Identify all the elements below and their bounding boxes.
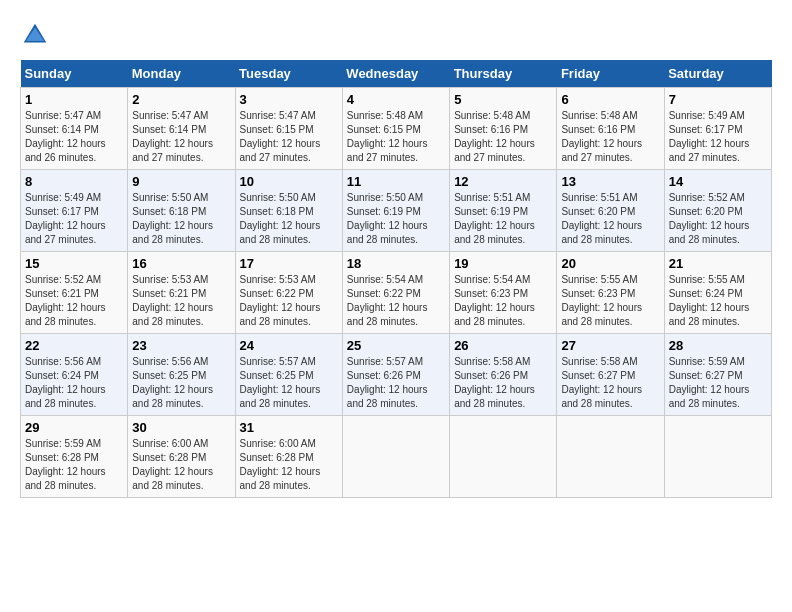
day-info: Sunrise: 5:50 AM Sunset: 6:19 PM Dayligh…	[347, 191, 445, 247]
calendar-cell: 1 Sunrise: 5:47 AM Sunset: 6:14 PM Dayli…	[21, 88, 128, 170]
day-number: 11	[347, 174, 445, 189]
calendar-header-row: SundayMondayTuesdayWednesdayThursdayFrid…	[21, 60, 772, 88]
day-info: Sunrise: 5:57 AM Sunset: 6:26 PM Dayligh…	[347, 355, 445, 411]
header-sunday: Sunday	[21, 60, 128, 88]
calendar-week-row: 15 Sunrise: 5:52 AM Sunset: 6:21 PM Dayl…	[21, 252, 772, 334]
calendar-cell: 24 Sunrise: 5:57 AM Sunset: 6:25 PM Dayl…	[235, 334, 342, 416]
day-info: Sunrise: 5:59 AM Sunset: 6:27 PM Dayligh…	[669, 355, 767, 411]
calendar-cell: 15 Sunrise: 5:52 AM Sunset: 6:21 PM Dayl…	[21, 252, 128, 334]
day-number: 31	[240, 420, 338, 435]
day-info: Sunrise: 5:48 AM Sunset: 6:16 PM Dayligh…	[454, 109, 552, 165]
calendar-cell: 17 Sunrise: 5:53 AM Sunset: 6:22 PM Dayl…	[235, 252, 342, 334]
day-number: 29	[25, 420, 123, 435]
day-info: Sunrise: 5:54 AM Sunset: 6:23 PM Dayligh…	[454, 273, 552, 329]
calendar-cell: 2 Sunrise: 5:47 AM Sunset: 6:14 PM Dayli…	[128, 88, 235, 170]
calendar-week-row: 1 Sunrise: 5:47 AM Sunset: 6:14 PM Dayli…	[21, 88, 772, 170]
calendar-cell: 11 Sunrise: 5:50 AM Sunset: 6:19 PM Dayl…	[342, 170, 449, 252]
calendar-week-row: 29 Sunrise: 5:59 AM Sunset: 6:28 PM Dayl…	[21, 416, 772, 498]
day-info: Sunrise: 5:55 AM Sunset: 6:23 PM Dayligh…	[561, 273, 659, 329]
calendar-cell	[664, 416, 771, 498]
day-info: Sunrise: 5:51 AM Sunset: 6:19 PM Dayligh…	[454, 191, 552, 247]
day-number: 5	[454, 92, 552, 107]
day-info: Sunrise: 6:00 AM Sunset: 6:28 PM Dayligh…	[132, 437, 230, 493]
day-number: 1	[25, 92, 123, 107]
calendar-table: SundayMondayTuesdayWednesdayThursdayFrid…	[20, 60, 772, 498]
day-info: Sunrise: 5:50 AM Sunset: 6:18 PM Dayligh…	[240, 191, 338, 247]
day-info: Sunrise: 5:52 AM Sunset: 6:21 PM Dayligh…	[25, 273, 123, 329]
header-tuesday: Tuesday	[235, 60, 342, 88]
day-number: 14	[669, 174, 767, 189]
calendar-cell: 16 Sunrise: 5:53 AM Sunset: 6:21 PM Dayl…	[128, 252, 235, 334]
calendar-cell: 21 Sunrise: 5:55 AM Sunset: 6:24 PM Dayl…	[664, 252, 771, 334]
day-info: Sunrise: 5:48 AM Sunset: 6:15 PM Dayligh…	[347, 109, 445, 165]
calendar-cell: 5 Sunrise: 5:48 AM Sunset: 6:16 PM Dayli…	[450, 88, 557, 170]
calendar-cell: 18 Sunrise: 5:54 AM Sunset: 6:22 PM Dayl…	[342, 252, 449, 334]
header-monday: Monday	[128, 60, 235, 88]
day-number: 30	[132, 420, 230, 435]
calendar-cell: 3 Sunrise: 5:47 AM Sunset: 6:15 PM Dayli…	[235, 88, 342, 170]
day-info: Sunrise: 5:47 AM Sunset: 6:14 PM Dayligh…	[25, 109, 123, 165]
calendar-cell: 25 Sunrise: 5:57 AM Sunset: 6:26 PM Dayl…	[342, 334, 449, 416]
day-info: Sunrise: 6:00 AM Sunset: 6:28 PM Dayligh…	[240, 437, 338, 493]
day-info: Sunrise: 5:48 AM Sunset: 6:16 PM Dayligh…	[561, 109, 659, 165]
calendar-cell: 9 Sunrise: 5:50 AM Sunset: 6:18 PM Dayli…	[128, 170, 235, 252]
day-number: 18	[347, 256, 445, 271]
day-number: 3	[240, 92, 338, 107]
calendar-cell: 10 Sunrise: 5:50 AM Sunset: 6:18 PM Dayl…	[235, 170, 342, 252]
day-number: 19	[454, 256, 552, 271]
header-wednesday: Wednesday	[342, 60, 449, 88]
header-saturday: Saturday	[664, 60, 771, 88]
day-info: Sunrise: 5:50 AM Sunset: 6:18 PM Dayligh…	[132, 191, 230, 247]
day-number: 25	[347, 338, 445, 353]
calendar-cell: 4 Sunrise: 5:48 AM Sunset: 6:15 PM Dayli…	[342, 88, 449, 170]
day-number: 12	[454, 174, 552, 189]
day-number: 13	[561, 174, 659, 189]
calendar-cell: 7 Sunrise: 5:49 AM Sunset: 6:17 PM Dayli…	[664, 88, 771, 170]
day-info: Sunrise: 5:57 AM Sunset: 6:25 PM Dayligh…	[240, 355, 338, 411]
day-number: 27	[561, 338, 659, 353]
header-friday: Friday	[557, 60, 664, 88]
day-info: Sunrise: 5:47 AM Sunset: 6:14 PM Dayligh…	[132, 109, 230, 165]
day-number: 17	[240, 256, 338, 271]
day-info: Sunrise: 5:58 AM Sunset: 6:26 PM Dayligh…	[454, 355, 552, 411]
calendar-cell: 26 Sunrise: 5:58 AM Sunset: 6:26 PM Dayl…	[450, 334, 557, 416]
calendar-cell: 19 Sunrise: 5:54 AM Sunset: 6:23 PM Dayl…	[450, 252, 557, 334]
day-info: Sunrise: 5:59 AM Sunset: 6:28 PM Dayligh…	[25, 437, 123, 493]
day-info: Sunrise: 5:53 AM Sunset: 6:22 PM Dayligh…	[240, 273, 338, 329]
page-header	[20, 20, 772, 50]
calendar-cell: 14 Sunrise: 5:52 AM Sunset: 6:20 PM Dayl…	[664, 170, 771, 252]
day-info: Sunrise: 5:53 AM Sunset: 6:21 PM Dayligh…	[132, 273, 230, 329]
calendar-cell: 27 Sunrise: 5:58 AM Sunset: 6:27 PM Dayl…	[557, 334, 664, 416]
day-number: 22	[25, 338, 123, 353]
calendar-cell: 28 Sunrise: 5:59 AM Sunset: 6:27 PM Dayl…	[664, 334, 771, 416]
calendar-cell: 22 Sunrise: 5:56 AM Sunset: 6:24 PM Dayl…	[21, 334, 128, 416]
day-info: Sunrise: 5:55 AM Sunset: 6:24 PM Dayligh…	[669, 273, 767, 329]
calendar-cell: 8 Sunrise: 5:49 AM Sunset: 6:17 PM Dayli…	[21, 170, 128, 252]
day-number: 2	[132, 92, 230, 107]
calendar-cell	[342, 416, 449, 498]
day-number: 23	[132, 338, 230, 353]
calendar-cell: 29 Sunrise: 5:59 AM Sunset: 6:28 PM Dayl…	[21, 416, 128, 498]
day-number: 16	[132, 256, 230, 271]
day-number: 26	[454, 338, 552, 353]
calendar-week-row: 8 Sunrise: 5:49 AM Sunset: 6:17 PM Dayli…	[21, 170, 772, 252]
day-info: Sunrise: 5:47 AM Sunset: 6:15 PM Dayligh…	[240, 109, 338, 165]
calendar-cell: 13 Sunrise: 5:51 AM Sunset: 6:20 PM Dayl…	[557, 170, 664, 252]
day-number: 7	[669, 92, 767, 107]
day-number: 6	[561, 92, 659, 107]
calendar-cell: 31 Sunrise: 6:00 AM Sunset: 6:28 PM Dayl…	[235, 416, 342, 498]
day-info: Sunrise: 5:56 AM Sunset: 6:24 PM Dayligh…	[25, 355, 123, 411]
day-number: 10	[240, 174, 338, 189]
day-number: 21	[669, 256, 767, 271]
calendar-cell: 12 Sunrise: 5:51 AM Sunset: 6:19 PM Dayl…	[450, 170, 557, 252]
day-info: Sunrise: 5:56 AM Sunset: 6:25 PM Dayligh…	[132, 355, 230, 411]
day-info: Sunrise: 5:49 AM Sunset: 6:17 PM Dayligh…	[25, 191, 123, 247]
day-number: 28	[669, 338, 767, 353]
day-info: Sunrise: 5:54 AM Sunset: 6:22 PM Dayligh…	[347, 273, 445, 329]
logo-icon	[20, 20, 50, 50]
calendar-cell: 30 Sunrise: 6:00 AM Sunset: 6:28 PM Dayl…	[128, 416, 235, 498]
logo	[20, 20, 54, 50]
day-info: Sunrise: 5:51 AM Sunset: 6:20 PM Dayligh…	[561, 191, 659, 247]
calendar-cell	[557, 416, 664, 498]
day-number: 24	[240, 338, 338, 353]
